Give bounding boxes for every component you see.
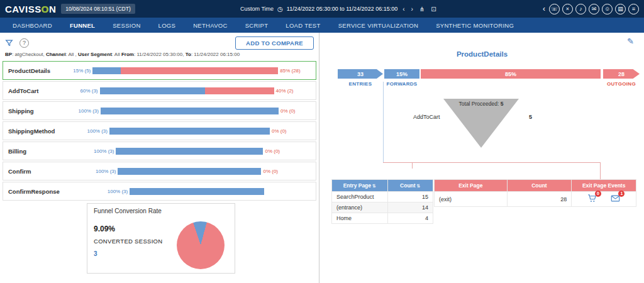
step-detail-title: ProductDetails	[320, 50, 644, 58]
funnel-step-label: Billing	[8, 148, 26, 155]
forward-pct-label: 100% (3)	[96, 169, 116, 174]
exit-count-cell: 28	[507, 192, 572, 207]
bell-icon[interactable]: ♪	[575, 4, 586, 14]
forward-bar[interactable]	[118, 168, 261, 175]
chat-icon[interactable]: ✉	[589, 4, 599, 14]
mail-icon[interactable]: 1	[611, 194, 620, 204]
exit-count-header[interactable]: Count	[507, 180, 572, 192]
table-row[interactable]: (entrance) 14	[332, 203, 433, 213]
forward-pct-label: 100% (3)	[78, 108, 98, 114]
filter-label: User Segment	[78, 52, 112, 57]
forwards-bar[interactable]: 15%	[384, 69, 419, 79]
conversion-rate-card: Funnel Conversion Rate 9.09% CONVERTED S…	[87, 203, 235, 274]
exit-events-header[interactable]: Exit Page Events	[572, 180, 636, 192]
exit-connector-hline	[383, 162, 601, 163]
close-icon[interactable]: ×	[562, 4, 573, 14]
exit-pct-label: 0% (0)	[263, 169, 278, 174]
topbar-icon-cluster: ‹ ☏ × ♪ ✉ ☺ ▤ ≡	[543, 4, 639, 14]
exit-pct-label: 0% (0)	[265, 148, 280, 154]
exit-page-cell: (exit)	[435, 192, 508, 207]
nav-script[interactable]: SCRIPT	[236, 18, 277, 33]
menu-icon[interactable]: ≡	[628, 4, 639, 14]
headset-icon[interactable]: ☏	[549, 4, 560, 14]
nav-load-test[interactable]: LOAD TEST	[277, 18, 329, 33]
card-icon[interactable]: ▤	[615, 4, 626, 14]
forwards-connector-line	[383, 82, 384, 162]
outgoing-arrow[interactable]: 28	[603, 69, 640, 79]
entry-page-header[interactable]: Entry Page⇅	[332, 180, 388, 192]
nav-session[interactable]: SESSION	[104, 18, 149, 33]
forward-pct-label: 60% (3)	[80, 88, 97, 94]
funnel-rows: ProductDetails 15% (5) 85% (28) AddToCar…	[0, 61, 319, 201]
exit-bar[interactable]	[205, 87, 274, 94]
nav-synthetic-monitoring[interactable]: SYNTHETIC MONITORING	[427, 18, 523, 33]
branch-icon[interactable]: ⋔	[418, 6, 426, 13]
funnel-row-shipping[interactable]: Shipping 100% (3) 0% (0)	[3, 101, 316, 120]
current-time: 10/08/2024 08:10:51 (CDT)	[61, 4, 135, 14]
exit-pct-label: 85% (28)	[280, 68, 300, 74]
funnel-row-productdetails[interactable]: ProductDetails 15% (5) 85% (28)	[3, 61, 316, 80]
filter-label: BP	[5, 52, 12, 57]
funnel-step-label: ConfirmResponse	[8, 188, 60, 195]
forward-pct-label: 100% (3)	[108, 189, 128, 194]
entry-count-header[interactable]: Count⇅	[387, 180, 433, 192]
conversion-card-title: Funnel Conversion Rate	[94, 208, 228, 214]
monitor-icon[interactable]: ⊡	[430, 6, 437, 13]
entry-count-cell: 4	[387, 213, 433, 224]
conversion-pie-chart[interactable]	[177, 221, 225, 269]
forward-bar[interactable]	[92, 67, 121, 74]
nav-service-virtualization[interactable]: SERVICE VIRTUALIZATION	[330, 18, 428, 33]
sort-icon[interactable]: ⇅	[372, 184, 376, 188]
nav-funnel[interactable]: FUNNEL	[61, 18, 104, 33]
entries-arrow[interactable]: 33	[338, 69, 383, 79]
forward-bar[interactable]	[100, 87, 205, 94]
funnel-row-addtocart[interactable]: AddToCart 60% (3) 40% (2)	[3, 81, 316, 100]
mail-badge: 1	[618, 191, 625, 197]
collapse-icons-icon[interactable]: ‹	[543, 4, 545, 13]
funnel-row-confirmresponse[interactable]: ConfirmResponse 100% (3)	[3, 182, 316, 201]
filter-icon[interactable]	[5, 39, 13, 47]
funnel-step-label: Shipping	[8, 108, 34, 114]
help-icon[interactable]: ?	[19, 38, 29, 48]
table-row[interactable]: Home 4	[332, 213, 433, 224]
exit-bar[interactable]	[121, 67, 278, 74]
exit-connector-vline	[600, 162, 601, 179]
entry-page-cell: (entrance)	[332, 203, 388, 213]
funnel-row-billing[interactable]: Billing 100% (3) 0% (0)	[3, 142, 316, 160]
exit-pct-bar[interactable]: 85%	[421, 69, 601, 79]
forward-bar[interactable]	[109, 128, 270, 135]
left-toolbar: ? ADD TO COMPARE	[0, 35, 319, 50]
nav-logs[interactable]: LOGS	[150, 18, 185, 33]
forward-bar[interactable]	[116, 148, 263, 155]
user-icon[interactable]: ☺	[602, 4, 613, 14]
funnel-row-confirm[interactable]: Confirm 100% (3) 0% (0)	[3, 162, 316, 180]
forward-bar[interactable]	[101, 108, 279, 114]
entry-count-cell: 14	[387, 203, 433, 213]
time-next-icon[interactable]: ›	[410, 6, 414, 13]
nav-dashboard[interactable]: DASHBOARD	[4, 18, 61, 33]
funnel-list-panel: ? ADD TO COMPARE BP: atgCheckout, Channe…	[0, 33, 319, 283]
edit-icon[interactable]: ✎	[627, 36, 634, 46]
forward-pct-label: 15% (5)	[73, 68, 91, 74]
filter-label: To	[186, 52, 191, 57]
exit-pct-label: 0% (0)	[280, 108, 296, 114]
table-row[interactable]: SearchProduct 15	[332, 192, 433, 203]
logo-text: CAVISS	[5, 4, 42, 14]
filter-label: From	[121, 52, 134, 57]
app-screen: CAVISSON 10/08/2024 08:10:51 (CDT) Custo…	[0, 0, 644, 283]
table-row[interactable]: (exit) 28 0	[435, 192, 636, 207]
next-step-label: AddToCart	[413, 114, 440, 120]
nav-nethavoc[interactable]: NETHAVOC	[184, 18, 236, 33]
add-to-compare-button[interactable]: ADD TO COMPARE	[235, 36, 314, 50]
sort-icon[interactable]: ⇅	[417, 184, 421, 188]
funnel-row-shippingmethod[interactable]: ShippingMethod 100% (3) 0% (0)	[3, 121, 316, 140]
exit-page-header[interactable]: Exit Page	[435, 180, 508, 192]
exit-pct-label: 0% (0)	[272, 128, 287, 134]
forward-bar[interactable]	[130, 188, 264, 195]
time-range-label[interactable]: 11/24/2022 05:30:00 to 11/24/2022 06:15:…	[287, 6, 397, 12]
time-prev-icon[interactable]: ‹	[401, 6, 406, 13]
time-mode-label[interactable]: Custom Time	[240, 6, 274, 12]
cart-icon[interactable]: 0	[587, 194, 597, 204]
cavisson-logo[interactable]: CAVISSON	[5, 4, 56, 14]
logo-o-icon: O	[42, 4, 49, 14]
